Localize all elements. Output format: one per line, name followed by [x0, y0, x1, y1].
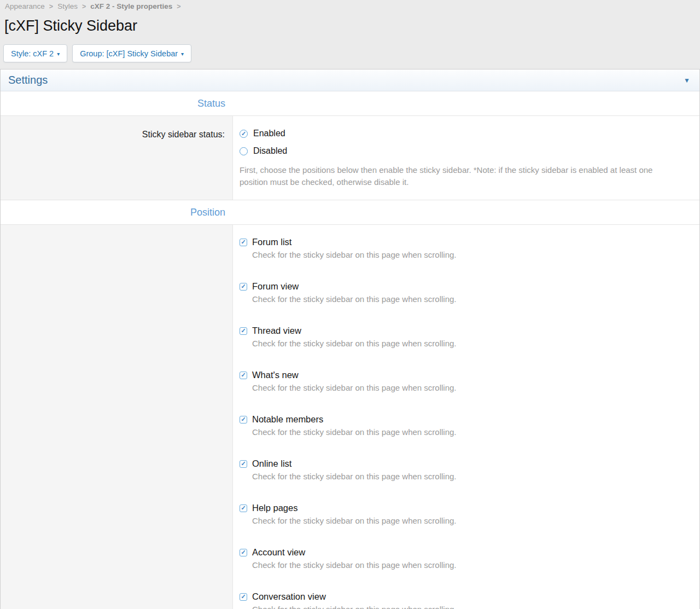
checkbox-description: Check for the sticky sidebar on this pag…	[252, 339, 691, 348]
breadcrumb-styles[interactable]: Styles	[57, 2, 78, 10]
checkbox-description: Check for the sticky sidebar on this pag…	[252, 516, 691, 525]
breadcrumb-current[interactable]: cXF 2 - Style properties	[90, 2, 172, 10]
checkbox-label: Forum list	[252, 237, 291, 247]
position-item-forum-view: ✓ Forum view Check for the sticky sideba…	[240, 281, 691, 304]
position-item-online-list: ✓ Online list Check for the sticky sideb…	[240, 459, 691, 481]
chevron-down-icon: ▾	[57, 51, 60, 57]
checkbox-description: Check for the sticky sidebar on this pag…	[252, 294, 691, 304]
checkbox-checked-icon[interactable]: ✓	[240, 239, 247, 246]
check-icon: ✓	[241, 461, 246, 467]
radio-checked-icon[interactable]: ✓	[240, 130, 248, 138]
status-row-label: Sticky sidebar status:	[1, 116, 233, 200]
checkbox-checked-icon[interactable]: ✓	[240, 549, 247, 556]
checkbox-label: Online list	[252, 459, 291, 469]
checkbox-label: What's new	[252, 370, 299, 380]
style-dropdown-button[interactable]: Style: cXF 2 ▾	[3, 44, 67, 62]
checkbox-label: Conversation view	[252, 591, 326, 602]
checkbox-notable-members[interactable]: ✓ Notable members	[240, 414, 691, 425]
status-heading-label: Status	[1, 98, 233, 109]
checkbox-thread-view[interactable]: ✓ Thread view	[240, 326, 691, 336]
breadcrumb-appearance[interactable]: Appearance	[5, 2, 45, 10]
position-item-account-view: ✓ Account view Check for the sticky side…	[240, 547, 691, 570]
checkbox-whats-new[interactable]: ✓ What's new	[240, 370, 691, 380]
checkbox-label: Forum view	[252, 281, 299, 292]
checkbox-checked-icon[interactable]: ✓	[240, 283, 247, 291]
status-row: Sticky sidebar status: ✓ Enabled Disable…	[1, 116, 699, 200]
checkbox-checked-icon[interactable]: ✓	[240, 504, 247, 512]
checkbox-checked-icon[interactable]: ✓	[240, 327, 247, 335]
checkbox-forum-view[interactable]: ✓ Forum view	[240, 281, 691, 292]
position-item-notable-members: ✓ Notable members Check for the sticky s…	[240, 414, 691, 437]
radio-label-disabled: Disabled	[253, 146, 287, 156]
position-heading-label: Position	[1, 207, 233, 218]
position-row: ✓ Forum list Check for the sticky sideba…	[1, 225, 699, 609]
check-icon: ✓	[241, 549, 246, 555]
checkbox-forum-list[interactable]: ✓ Forum list	[240, 237, 691, 247]
settings-panel: Settings ▼ Status Sticky sidebar status:…	[0, 69, 700, 609]
position-row-label	[1, 225, 233, 609]
checkbox-label: Account view	[252, 547, 305, 558]
check-icon: ✓	[241, 283, 246, 289]
check-icon: ✓	[241, 131, 246, 137]
page-title: [cXF] Sticky Sidebar	[4, 18, 700, 34]
checkbox-description: Check for the sticky sidebar on this pag…	[252, 383, 691, 392]
settings-panel-header[interactable]: Settings ▼	[1, 69, 699, 91]
position-item-thread-view: ✓ Thread view Check for the sticky sideb…	[240, 326, 691, 348]
checkbox-description: Check for the sticky sidebar on this pag…	[252, 560, 691, 570]
radio-option-disabled[interactable]: Disabled	[240, 142, 691, 160]
checkbox-description: Check for the sticky sidebar on this pag…	[252, 250, 691, 259]
check-icon: ✓	[241, 239, 246, 245]
status-explanation: First, choose the positions below then e…	[240, 164, 682, 188]
section-heading-status: Status	[1, 91, 699, 116]
check-icon: ✓	[241, 372, 246, 378]
chevron-down-icon: ▾	[181, 51, 184, 57]
radio-option-enabled[interactable]: ✓ Enabled	[240, 125, 691, 142]
checkbox-label: Thread view	[252, 326, 301, 336]
breadcrumb-separator-icon: >	[82, 3, 86, 10]
checkbox-help-pages[interactable]: ✓ Help pages	[240, 503, 691, 513]
settings-panel-title: Settings	[8, 74, 48, 86]
checkbox-checked-icon[interactable]: ✓	[240, 460, 247, 468]
group-dropdown-button[interactable]: Group: [cXF] Sticky Sidebar ▾	[72, 44, 191, 62]
checkbox-checked-icon[interactable]: ✓	[240, 416, 247, 424]
position-item-whats-new: ✓ What's new Check for the sticky sideba…	[240, 370, 691, 392]
position-item-conversation-view: ✓ Conversation view Check for the sticky…	[240, 591, 691, 609]
checkbox-description: Check for the sticky sidebar on this pag…	[252, 427, 691, 437]
checkbox-description: Check for the sticky sidebar on this pag…	[252, 605, 691, 609]
radio-unchecked-icon[interactable]	[240, 147, 248, 155]
checkbox-label: Notable members	[252, 414, 323, 425]
check-icon: ✓	[241, 416, 246, 422]
style-dropdown-label: Style: cXF 2	[11, 49, 54, 58]
checkbox-checked-icon[interactable]: ✓	[240, 372, 247, 379]
position-item-forum-list: ✓ Forum list Check for the sticky sideba…	[240, 237, 691, 259]
checkbox-description: Check for the sticky sidebar on this pag…	[252, 472, 691, 481]
section-heading-position: Position	[1, 200, 699, 225]
radio-label-enabled: Enabled	[253, 129, 285, 138]
toolbar: Style: cXF 2 ▾ Group: [cXF] Sticky Sideb…	[3, 44, 700, 62]
breadcrumb-separator-icon: >	[177, 3, 180, 10]
checkbox-online-list[interactable]: ✓ Online list	[240, 459, 691, 469]
check-icon: ✓	[241, 328, 246, 334]
position-row-controls: ✓ Forum list Check for the sticky sideba…	[233, 225, 699, 609]
check-icon: ✓	[241, 505, 246, 511]
collapse-arrow-icon[interactable]: ▼	[684, 77, 690, 84]
admin-page: Appearance > Styles > cXF 2 - Style prop…	[0, 0, 700, 609]
checkbox-checked-icon[interactable]: ✓	[240, 593, 247, 601]
checkbox-account-view[interactable]: ✓ Account view	[240, 547, 691, 558]
group-dropdown-label: Group: [cXF] Sticky Sidebar	[80, 49, 178, 58]
status-row-controls: ✓ Enabled Disabled First, choose the pos…	[233, 116, 699, 200]
check-icon: ✓	[241, 594, 246, 600]
position-item-help-pages: ✓ Help pages Check for the sticky sideba…	[240, 503, 691, 525]
breadcrumb-separator-icon: >	[49, 3, 53, 10]
breadcrumb: Appearance > Styles > cXF 2 - Style prop…	[0, 0, 700, 10]
checkbox-conversation-view[interactable]: ✓ Conversation view	[240, 591, 691, 602]
checkbox-label: Help pages	[252, 503, 298, 513]
